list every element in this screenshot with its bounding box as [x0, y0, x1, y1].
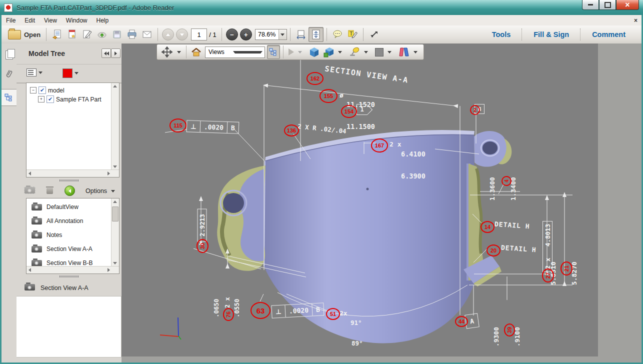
- convert-pdf-button[interactable]: [64, 27, 80, 42]
- boxed-dimension[interactable]: 2.9213: [198, 209, 207, 242]
- note-flag[interactable]: 1: [356, 104, 367, 115]
- tree-vertical-scrollbar[interactable]: [111, 83, 119, 170]
- use-3d-tool-button[interactable]: [307, 45, 322, 59]
- next-page-button[interactable]: [176, 28, 188, 40]
- dimension-text[interactable]: 1.3600 1.3400: [475, 172, 531, 200]
- chevron-down-icon[interactable]: [111, 190, 115, 192]
- hide-menubar-icon[interactable]: ×: [634, 17, 638, 24]
- zoom-level-dropdown[interactable]: 78.6%: [255, 29, 287, 40]
- menu-help[interactable]: Help: [92, 16, 114, 25]
- fit-page-button[interactable]: [308, 27, 324, 42]
- views-vertical-scrollbar[interactable]: [111, 198, 119, 266]
- send-file-button[interactable]: [50, 27, 64, 42]
- title-bar[interactable]: Sample FTA Part.CATPart_3DPDF.pdf - Adob…: [0, 0, 643, 15]
- tree-options-button[interactable]: [26, 68, 44, 76]
- panel-splitter[interactable]: [16, 273, 122, 279]
- zoom-in-button[interactable]: +: [240, 28, 252, 40]
- view-item-notes[interactable]: Notes: [26, 228, 116, 242]
- chevron-down-icon[interactable]: [177, 51, 181, 54]
- tree-node-label[interactable]: model: [48, 87, 64, 94]
- zoom-caret-button[interactable]: [278, 30, 286, 40]
- model-tree-button[interactable]: [2, 89, 17, 106]
- attachments-button[interactable]: [2, 68, 16, 80]
- background-color-button[interactable]: [373, 45, 386, 59]
- annotation-badge[interactable]: 154: [341, 105, 357, 118]
- menu-edit[interactable]: Edit: [20, 16, 40, 25]
- chevron-down-icon[interactable]: [388, 51, 392, 54]
- tree-node-label[interactable]: Sample FTA Part: [56, 96, 101, 103]
- annotation-badge[interactable]: 39: [504, 324, 515, 336]
- scroll-left-icon[interactable]: [28, 172, 31, 176]
- scroll-down-icon[interactable]: [113, 166, 117, 168]
- scroll-up-icon[interactable]: [113, 85, 117, 88]
- cloud-upload-button[interactable]: [94, 27, 110, 42]
- options-menu-label[interactable]: Options: [86, 188, 107, 194]
- angle-dimension-text[interactable]: 91° 89°: [350, 306, 380, 356]
- page-number-input[interactable]: [191, 28, 207, 40]
- annotation-badge[interactable]: 115: [170, 118, 186, 132]
- sign-button[interactable]: [80, 27, 94, 42]
- annotation-badge[interactable]: 20: [486, 244, 500, 256]
- default-view-button[interactable]: [64, 186, 75, 196]
- email-button[interactable]: [140, 27, 154, 42]
- view-item-defaultview[interactable]: DefaultView: [26, 200, 116, 214]
- tree-horizontal-scrollbar[interactable]: [26, 170, 119, 177]
- view-item-all-annotation[interactable]: All Annotation: [26, 214, 116, 228]
- highlight-text-button[interactable]: T: [345, 27, 360, 42]
- expand-panel-button[interactable]: [111, 48, 120, 58]
- 3d-viewport[interactable]: Views: [122, 44, 598, 356]
- zoom-out-button[interactable]: −: [226, 28, 238, 40]
- default-view-home-button[interactable]: [190, 45, 203, 59]
- annotation-badge[interactable]: 63: [250, 302, 270, 319]
- scroll-right-icon[interactable]: [108, 268, 110, 272]
- chevron-down-icon[interactable]: [414, 51, 418, 54]
- feature-control-frame[interactable]: ⊥ .0020 B: [186, 120, 240, 134]
- annotation-badge[interactable]: 162: [306, 72, 324, 85]
- menu-file[interactable]: File: [2, 16, 20, 25]
- feature-control-frame[interactable]: ⊥ .0020 B: [271, 302, 324, 318]
- fullscreen-button[interactable]: [366, 27, 382, 42]
- render-mode-button[interactable]: [322, 45, 336, 59]
- tree-node-sample-fta-part[interactable]: + ✔ Sample FTA Part: [38, 96, 101, 103]
- scroll-mode-button[interactable]: [294, 27, 308, 42]
- annotation-badge[interactable]: 136: [284, 124, 299, 136]
- annotation-badge[interactable]: 21: [560, 262, 572, 276]
- scroll-right-icon[interactable]: [108, 172, 110, 176]
- annotation-badge[interactable]: 14: [480, 221, 494, 233]
- scrollbar-thumb[interactable]: [112, 206, 118, 222]
- toggle-model-tree-button[interactable]: [267, 45, 280, 59]
- scroll-down-icon[interactable]: [113, 262, 117, 264]
- print-button[interactable]: [124, 27, 140, 42]
- minimize-button[interactable]: [582, 0, 599, 10]
- annotation-badge[interactable]: 155: [320, 89, 338, 103]
- panel-splitter[interactable]: [16, 176, 122, 184]
- chevron-down-icon[interactable]: [364, 51, 368, 54]
- annotation-badge[interactable]: 44: [455, 316, 468, 327]
- scroll-up-icon[interactable]: [113, 200, 117, 203]
- comment-panel-button[interactable]: Comment: [581, 30, 636, 38]
- comment-bubble-button[interactable]: [330, 27, 345, 42]
- views-horizontal-scrollbar[interactable]: [26, 266, 119, 274]
- annotation-badge[interactable]: 30: [196, 239, 208, 253]
- highlight-color-picker[interactable]: [62, 64, 80, 82]
- annotation-badge[interactable]: 27: [542, 268, 554, 282]
- dimension-text[interactable]: 6.4100 6.3900: [401, 136, 434, 194]
- annotation-badge[interactable]: 51: [326, 308, 340, 320]
- save-button[interactable]: [110, 27, 124, 42]
- expand-node-icon[interactable]: +: [38, 96, 44, 102]
- play-animation-button[interactable]: [286, 45, 296, 59]
- delete-view-icon[interactable]: [46, 186, 54, 194]
- menu-view[interactable]: View: [40, 16, 62, 25]
- 3d-navigation-button[interactable]: [159, 45, 175, 59]
- maximize-button[interactable]: [599, 0, 616, 10]
- fill-sign-button[interactable]: Fill & Sign: [522, 30, 580, 38]
- collapse-panel-button[interactable]: [102, 48, 111, 58]
- close-button[interactable]: ×: [616, 0, 639, 10]
- model-tree-list[interactable]: − ✔ model + ✔ Sample FTA Part: [26, 82, 120, 178]
- cross-section-button[interactable]: [396, 45, 412, 59]
- page-thumbnails-button[interactable]: [2, 48, 16, 62]
- previous-page-button[interactable]: [162, 28, 174, 40]
- scroll-left-icon[interactable]: [28, 268, 31, 272]
- tree-node-model[interactable]: − ✔ model: [30, 86, 64, 94]
- create-view-icon[interactable]: [24, 187, 35, 194]
